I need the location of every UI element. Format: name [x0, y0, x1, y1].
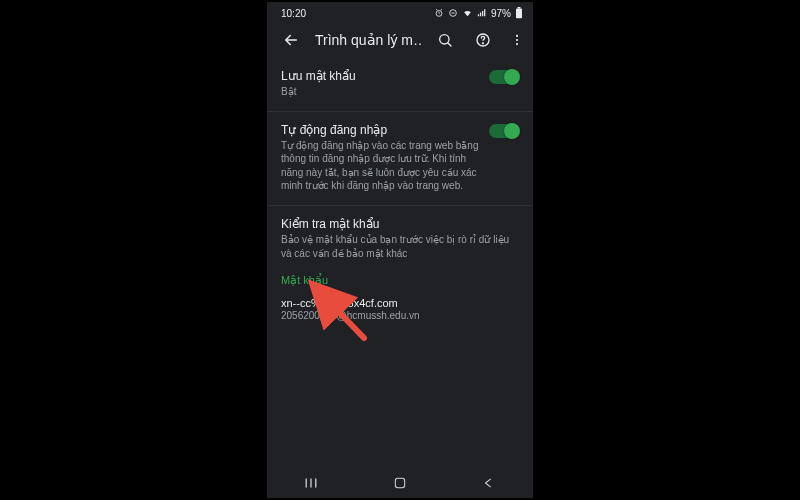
saved-account: 2056200133@hcmussh.edu.vn [281, 310, 519, 321]
save-passwords-title: Lưu mật khẩu [281, 68, 479, 84]
svg-rect-10 [395, 478, 404, 487]
battery-icon [515, 7, 523, 19]
svg-point-6 [483, 43, 484, 44]
search-button[interactable] [431, 26, 459, 54]
auto-signin-title: Tự động đăng nhập [281, 122, 479, 138]
signal-icon [477, 8, 487, 18]
back-button[interactable] [277, 26, 305, 54]
svg-point-9 [516, 43, 518, 45]
stage: 10:20 97% [0, 0, 800, 500]
phone-screen: 10:20 97% [267, 2, 533, 498]
status-right: 97% [434, 7, 523, 19]
setting-auto-signin[interactable]: Tự động đăng nhập Tự động đăng nhập vào … [281, 116, 519, 203]
check-passwords-title: Kiểm tra mật khẩu [281, 216, 519, 232]
status-bar: 10:20 97% [267, 2, 533, 22]
more-vert-icon [510, 33, 524, 47]
passwords-section-header: Mật khẩu [281, 266, 519, 293]
status-time: 10:20 [281, 8, 306, 19]
wifi-icon [462, 8, 473, 18]
alarm-icon [434, 8, 444, 18]
svg-point-8 [516, 39, 518, 41]
svg-point-7 [516, 35, 518, 37]
save-passwords-subtitle: Bật [281, 85, 479, 99]
battery-text: 97% [491, 8, 511, 19]
search-icon [437, 32, 453, 48]
auto-signin-subtitle: Tự động đăng nhập vào các trang web bằng… [281, 139, 479, 193]
svg-rect-3 [518, 7, 521, 9]
divider [267, 205, 533, 206]
saved-password-entry[interactable]: xn--cc%20cc-8x4cf.com 2056200133@hcmussh… [281, 293, 519, 325]
back-icon [482, 476, 496, 490]
arrow-left-icon [282, 31, 300, 49]
svg-rect-2 [516, 9, 522, 19]
divider [267, 111, 533, 112]
home-icon [393, 476, 407, 490]
auto-signin-toggle[interactable] [489, 124, 519, 138]
recents-icon [303, 476, 319, 490]
app-bar: Trình quản lý m… [267, 22, 533, 58]
page-title: Trình quản lý m… [315, 32, 421, 48]
help-icon [475, 32, 491, 48]
save-passwords-toggle[interactable] [489, 70, 519, 84]
nav-home[interactable] [380, 476, 420, 490]
setting-check-passwords[interactable]: Kiểm tra mật khẩu Bảo vệ mật khẩu của bạ… [281, 210, 519, 266]
nav-back[interactable] [469, 476, 509, 490]
android-nav-bar [267, 468, 533, 498]
content: Lưu mật khẩu Bật Tự động đăng nhập Tự độ… [267, 58, 533, 325]
nav-recents[interactable] [291, 476, 331, 490]
help-button[interactable] [469, 26, 497, 54]
do-not-disturb-icon [448, 8, 458, 18]
saved-site: xn--cc%20cc-8x4cf.com [281, 297, 519, 309]
check-passwords-subtitle: Bảo vệ mật khẩu của bạn trước việc bị rò… [281, 233, 519, 260]
overflow-button[interactable] [507, 26, 527, 54]
setting-save-passwords[interactable]: Lưu mật khẩu Bật [281, 62, 519, 109]
